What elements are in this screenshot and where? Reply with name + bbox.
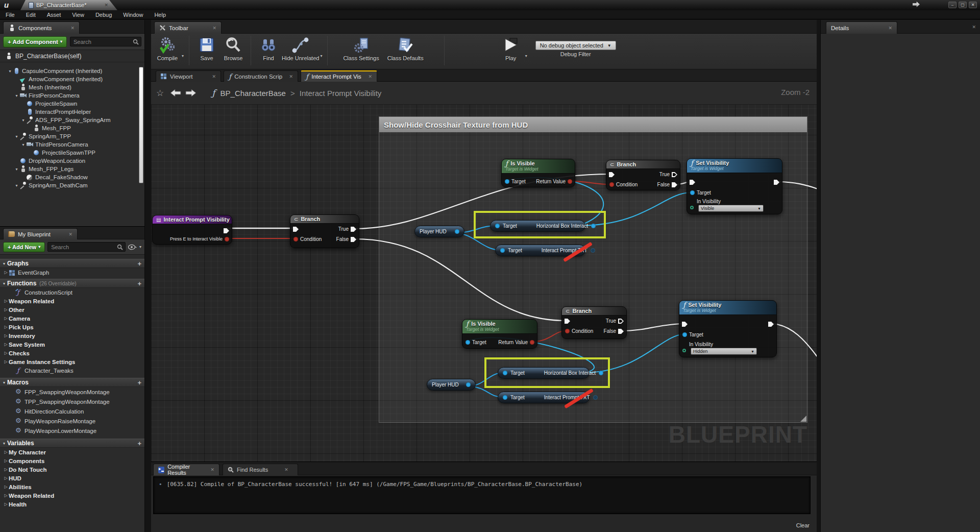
exec-in-pin[interactable] xyxy=(293,227,299,232)
expander-closed-icon[interactable]: ▷ xyxy=(3,502,9,506)
tab-construction-script[interactable]: ƒ Construction Scrip ✕ xyxy=(224,70,298,82)
condition-pin[interactable] xyxy=(609,182,614,187)
bool-out-pin[interactable] xyxy=(225,237,229,241)
expander-closed-icon[interactable]: ▷ xyxy=(3,467,9,472)
exec-in-pin[interactable] xyxy=(565,319,570,324)
object-out-pin[interactable] xyxy=(591,248,595,253)
compiler-log[interactable]: •[0635.82] Compile of BP_CharacterBase s… xyxy=(153,476,811,514)
function-item[interactable]: ConstructionScript xyxy=(0,288,144,297)
macro-item[interactable]: PlayWeaponRaiseMontage xyxy=(0,416,144,426)
chevron-down-icon[interactable]: ▾ xyxy=(139,245,141,249)
expander-closed-icon[interactable]: ▷ xyxy=(3,359,9,364)
function-item[interactable]: ▷Camera xyxy=(0,314,144,323)
add-macro-button[interactable]: + xyxy=(137,379,141,386)
node-set-visibility-bottom[interactable]: ƒSet Visibility Target is Widget Target … xyxy=(679,300,777,357)
clear-button[interactable]: Clear xyxy=(796,522,810,528)
favorite-star-icon[interactable]: ☆ xyxy=(156,88,164,99)
add-new-button[interactable]: + Add New▾ xyxy=(3,242,45,252)
component-tree-item[interactable]: Decal_FakeShadow xyxy=(0,173,139,181)
condition-pin[interactable] xyxy=(293,237,298,241)
document-tab[interactable]: BP_CharacterBase* ✕ xyxy=(20,0,117,10)
functions-section-header[interactable]: ▾ Functions (26 Overridable) + xyxy=(0,279,144,288)
play-dropdown-caret[interactable]: ▾ xyxy=(525,54,527,58)
component-tree-item[interactable]: InteractPromptHelper xyxy=(0,108,139,116)
close-icon[interactable]: ✕ xyxy=(210,467,214,472)
target-pin[interactable] xyxy=(690,190,695,195)
component-tree-item[interactable]: ProjectileSpawnTPP xyxy=(0,149,139,157)
component-tree-item[interactable]: DropWeaponLocation xyxy=(0,157,139,165)
variable-category-item[interactable]: ▷Health xyxy=(0,500,144,509)
menu-item-help[interactable]: Help xyxy=(149,12,172,18)
macro-item[interactable]: PlayWeaponLowerMontage xyxy=(0,426,144,436)
true-exec-pin[interactable] xyxy=(351,227,356,232)
close-icon[interactable]: ✕ xyxy=(368,74,372,79)
my-blueprint-tab[interactable]: My Blueprint ✕ xyxy=(3,228,78,239)
breadcrumb-root[interactable]: BP_CharacterBase xyxy=(220,89,286,98)
true-exec-pin[interactable] xyxy=(672,172,677,177)
condition-pin[interactable] xyxy=(565,329,570,333)
minimize-button[interactable]: – xyxy=(948,2,957,8)
expander-open-icon[interactable]: ▾ xyxy=(14,134,19,139)
graphs-section-header[interactable]: ▾ Graphs + xyxy=(0,259,144,268)
function-item[interactable]: ▷Checks xyxy=(0,349,144,357)
browse-button[interactable]: Browse xyxy=(220,34,247,61)
expander-open-icon[interactable]: ▾ xyxy=(3,281,5,286)
expander-closed-icon[interactable]: ▷ xyxy=(3,493,9,498)
component-tree-item[interactable]: ▾SpringArm_TPP xyxy=(0,132,139,140)
class-settings-button[interactable]: Class Settings xyxy=(343,34,379,61)
compile-dropdown-caret[interactable]: ▾ xyxy=(182,54,184,58)
return-value-pin[interactable] xyxy=(568,179,572,184)
expander-closed-icon[interactable]: ▷ xyxy=(3,325,9,329)
graph-item[interactable]: ▷EventGraph xyxy=(0,268,144,277)
menu-item-view[interactable]: View xyxy=(66,12,90,18)
back-arrow-icon[interactable] xyxy=(170,89,181,97)
tab-interact-prompt-visibility[interactable]: ƒ Interact Prompt Vis ✕ xyxy=(301,70,377,82)
in-visibility-enum-pin[interactable] xyxy=(690,206,694,209)
object-out-pin[interactable] xyxy=(455,229,459,234)
return-value-pin[interactable] xyxy=(530,340,534,345)
expander-closed-icon[interactable]: ▷ xyxy=(3,299,9,303)
components-tab[interactable]: Components ✕ xyxy=(3,21,80,34)
save-button[interactable]: Save xyxy=(193,34,220,61)
exec-in-pin[interactable] xyxy=(682,322,688,327)
tab-find-results[interactable]: Find Results ✕ xyxy=(223,464,298,475)
scrollbar-thumb[interactable] xyxy=(139,67,143,183)
component-tree-item[interactable]: Mesh (Inherited) xyxy=(0,83,139,91)
component-tree-item[interactable]: ▾CapsuleComponent (Inherited) xyxy=(0,67,139,75)
close-icon[interactable]: ✕ xyxy=(104,3,108,8)
expander-open-icon[interactable]: ▾ xyxy=(14,167,19,172)
tab-compiler-results[interactable]: Compiler Results ✕ xyxy=(153,464,219,475)
variable-category-item[interactable]: ▷Do Not Touch xyxy=(0,465,144,474)
exec-out-pin[interactable] xyxy=(224,228,229,233)
find-button[interactable]: Find xyxy=(255,34,282,61)
node-is-visible-bottom[interactable]: ƒIs Visible Target is Widget Target Retu… xyxy=(462,319,537,349)
expander-open-icon[interactable]: ▾ xyxy=(3,441,5,446)
menu-item-asset[interactable]: Asset xyxy=(41,12,67,18)
expander-open-icon[interactable]: ▾ xyxy=(7,69,13,74)
debug-object-dropdown[interactable]: No debug object selected▼ xyxy=(535,41,616,50)
component-tree-item[interactable]: ▾SpringArm_DeathCam xyxy=(0,181,139,189)
macro-item[interactable]: TPP_SwappingWeaponMontage xyxy=(0,397,144,406)
node-branch-3[interactable]: ⊂ Branch Condition True False xyxy=(561,306,627,339)
function-item[interactable]: ▷Weapon Related xyxy=(0,297,144,305)
expander-closed-icon[interactable]: ▷ xyxy=(3,307,9,312)
add-component-button[interactable]: + Add Component▾ xyxy=(3,36,67,47)
function-item[interactable]: ▷Game Instance Settings xyxy=(0,357,144,366)
visibility-dropdown[interactable]: Hidden▼ xyxy=(691,348,757,355)
false-exec-pin[interactable] xyxy=(351,237,356,242)
visibility-dropdown[interactable]: Visible▼ xyxy=(698,205,764,212)
variable-category-item[interactable]: ▷Abilities xyxy=(0,482,144,491)
node-interact-prompt-visibility-entry[interactable]: ▤ Interact Prompt Visibility Press E to … xyxy=(152,215,232,245)
expander-closed-icon[interactable]: ▷ xyxy=(3,351,9,355)
expander-closed-icon[interactable]: ▷ xyxy=(3,485,9,489)
expander-closed-icon[interactable]: ▷ xyxy=(3,316,9,321)
target-pin[interactable] xyxy=(682,332,687,337)
object-out-pin[interactable] xyxy=(593,395,598,400)
function-item[interactable]: ▷Inventory xyxy=(0,331,144,340)
tab-viewport[interactable]: Viewport ✕ xyxy=(156,70,221,82)
eye-filter-icon[interactable] xyxy=(128,244,137,250)
close-icon[interactable]: ✕ xyxy=(212,74,216,79)
variable-category-item[interactable]: ▷HUD xyxy=(0,474,144,482)
expander-closed-icon[interactable]: ▷ xyxy=(3,333,9,338)
close-icon[interactable]: ✕ xyxy=(68,232,72,237)
